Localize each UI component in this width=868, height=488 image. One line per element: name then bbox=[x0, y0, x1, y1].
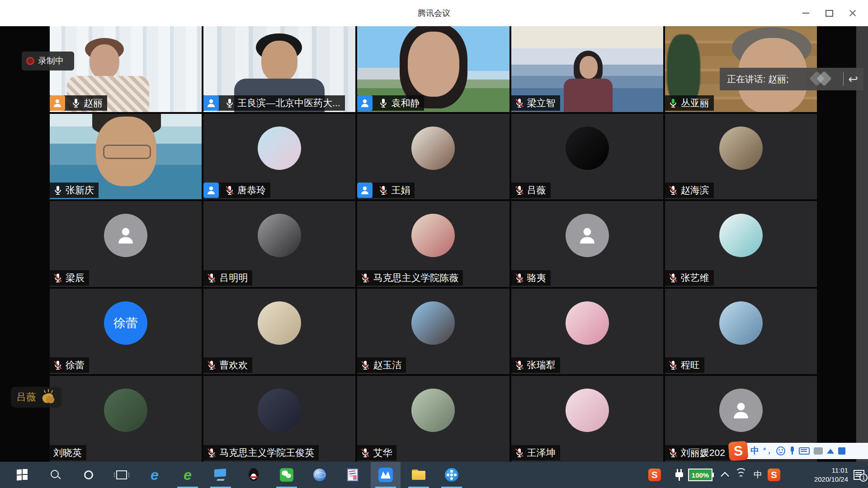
close-button[interactable] bbox=[841, 0, 864, 26]
participant-tile[interactable]: 唐恭玲 bbox=[203, 114, 355, 200]
minimize-button[interactable] bbox=[794, 0, 817, 26]
taskbar-app-browser-360[interactable]: e bbox=[173, 462, 203, 488]
network-icon[interactable] bbox=[735, 462, 747, 488]
participant-tile[interactable]: 梁立智 bbox=[511, 26, 663, 112]
taskbar-app-cortana[interactable] bbox=[74, 462, 104, 488]
participant-tile[interactable]: 曹欢欢 bbox=[203, 289, 355, 375]
search-icon bbox=[50, 469, 61, 481]
taskbar-app-task-view[interactable] bbox=[107, 462, 137, 488]
participant-tile[interactable]: 赵玉洁 bbox=[357, 289, 509, 375]
taskbar-app-qq[interactable] bbox=[239, 462, 269, 488]
participant-tile[interactable]: 刘晓英 bbox=[50, 376, 202, 462]
globe-icon bbox=[313, 469, 326, 481]
taskbar-app-notes-app[interactable] bbox=[338, 462, 368, 488]
member-badge bbox=[357, 95, 373, 111]
participant-tile[interactable]: 徐蕾 徐蕾 bbox=[50, 289, 202, 375]
taskbar-app-internet-globe[interactable] bbox=[305, 462, 335, 488]
participant-tile[interactable]: 梁辰 bbox=[50, 201, 202, 287]
participant-name: 徐蕾 bbox=[66, 359, 85, 371]
member-badge bbox=[203, 95, 219, 111]
cortana-icon bbox=[84, 470, 93, 479]
meeting-stage: 赵丽 王良滨—北京中医药大... 袁和静 梁立智 丛亚丽 张新庆 唐恭玲 bbox=[0, 26, 868, 462]
taskbar-app-tencent-meeting[interactable] bbox=[371, 462, 401, 488]
taskbar-app-my-computer[interactable] bbox=[206, 462, 236, 488]
participant-name: 袁和静 bbox=[391, 97, 420, 109]
browser-360-icon: e bbox=[184, 468, 192, 482]
maximize-icon bbox=[826, 10, 833, 17]
participant-name: 吕明明 bbox=[219, 272, 248, 284]
participant-tile[interactable]: 吕明明 bbox=[203, 201, 355, 287]
sogou-logo-icon[interactable]: S bbox=[728, 441, 749, 461]
participant-tile[interactable]: 张瑞犁 bbox=[511, 289, 663, 375]
muted-microphone-icon bbox=[514, 447, 525, 458]
speaking-label: 正在讲话: 赵丽; bbox=[727, 73, 809, 85]
participant-tile[interactable]: 张艺维 bbox=[665, 201, 817, 287]
participant-label: 王娟 bbox=[357, 183, 415, 198]
participant-label: 马克思主义学院陈薇 bbox=[357, 270, 463, 286]
voice-input-button[interactable] bbox=[789, 446, 795, 455]
participant-tile[interactable]: 王娟 bbox=[357, 114, 509, 200]
participant-tile[interactable]: 袁和静 bbox=[357, 26, 509, 112]
emoji-button[interactable] bbox=[776, 446, 785, 455]
reply-arrow-icon[interactable]: ↩ bbox=[848, 73, 858, 85]
participant-name: 刘丽媛202 bbox=[681, 446, 725, 459]
participant-name: 梁辰 bbox=[66, 272, 85, 284]
avatar bbox=[719, 389, 763, 432]
participant-tile[interactable]: 吕薇 bbox=[511, 114, 663, 200]
participant-name: 刘晓英 bbox=[53, 446, 82, 459]
scrollbar[interactable] bbox=[856, 26, 868, 462]
muted-microphone-icon bbox=[514, 98, 525, 108]
ime-mode-button[interactable]: 中 bbox=[750, 445, 759, 457]
participant-tile[interactable]: 张新庆 bbox=[50, 114, 202, 200]
sogou-input-toolbar: S 中 °， bbox=[729, 442, 868, 460]
sogou-floating-button[interactable]: S bbox=[648, 462, 661, 488]
toolbox-icon bbox=[814, 447, 823, 455]
participant-label: 赵海滨 bbox=[665, 183, 714, 198]
participant-label: 刘晓英 bbox=[50, 445, 86, 460]
participant-label: 程旺 bbox=[665, 357, 704, 373]
sogou-tray-icon[interactable]: S bbox=[768, 462, 780, 488]
clapping-hands-icon bbox=[41, 390, 56, 404]
participant-tile[interactable]: 马克思主义学院王俊英 bbox=[203, 376, 355, 462]
taskbar-app-media-app[interactable] bbox=[437, 462, 467, 488]
taskbar-app-internet-explorer[interactable]: e bbox=[140, 462, 170, 488]
participant-label: 骆夷 bbox=[511, 270, 551, 286]
share-button[interactable] bbox=[827, 449, 834, 454]
participant-label: 王良滨—北京中医药大... bbox=[203, 95, 345, 111]
avatar bbox=[411, 301, 455, 345]
action-center-icon: 1 bbox=[854, 470, 864, 480]
smiley-icon bbox=[776, 446, 785, 455]
taskbar: ee S 100% 中 S 11:01 2020/10/24 1 bbox=[0, 462, 868, 488]
avatar bbox=[258, 214, 301, 257]
participant-tile[interactable]: 王良滨—北京中医药大... bbox=[203, 26, 355, 112]
participant-tile[interactable]: 骆夷 bbox=[511, 201, 663, 287]
virtual-keyboard-button[interactable] bbox=[799, 447, 810, 455]
punctuation-button[interactable]: °， bbox=[763, 446, 772, 456]
reaction-sender: 吕薇 bbox=[16, 390, 36, 404]
participant-tile[interactable]: 程旺 bbox=[665, 289, 817, 375]
taskbar-app-search[interactable] bbox=[41, 462, 71, 488]
tray-time: 11:01 bbox=[832, 466, 848, 475]
taskbar-app-windows-start[interactable] bbox=[8, 462, 38, 488]
taskbar-app-file-explorer[interactable] bbox=[404, 462, 434, 488]
participant-label: 赵丽 bbox=[50, 95, 107, 111]
maximize-button[interactable] bbox=[817, 0, 841, 26]
power-plug-icon[interactable] bbox=[675, 462, 684, 488]
participant-name: 王良滨—北京中医药大... bbox=[237, 97, 340, 109]
battery-indicator[interactable]: 100% bbox=[688, 462, 712, 488]
toolbox-button[interactable] bbox=[814, 447, 823, 455]
grid-button[interactable] bbox=[838, 447, 845, 455]
participant-tile[interactable]: 赵海滨 bbox=[665, 114, 817, 200]
participant-tile[interactable]: 王泽坤 bbox=[511, 376, 663, 462]
action-center-button[interactable]: 1 bbox=[854, 462, 864, 488]
taskbar-app-wechat[interactable] bbox=[272, 462, 302, 488]
clock[interactable]: 11:01 2020/10/24 bbox=[814, 462, 848, 488]
participant-name: 丛亚丽 bbox=[681, 97, 709, 109]
ime-indicator[interactable]: 中 bbox=[754, 462, 762, 488]
participant-tile[interactable]: 马克思主义学院陈薇 bbox=[357, 201, 509, 287]
avatar bbox=[719, 301, 763, 345]
tray-expand-chevron[interactable] bbox=[722, 462, 728, 488]
qq-penguin-icon bbox=[248, 468, 259, 482]
participant-label: 张瑞犁 bbox=[511, 357, 560, 373]
participant-tile[interactable]: 艾华 bbox=[357, 376, 509, 462]
